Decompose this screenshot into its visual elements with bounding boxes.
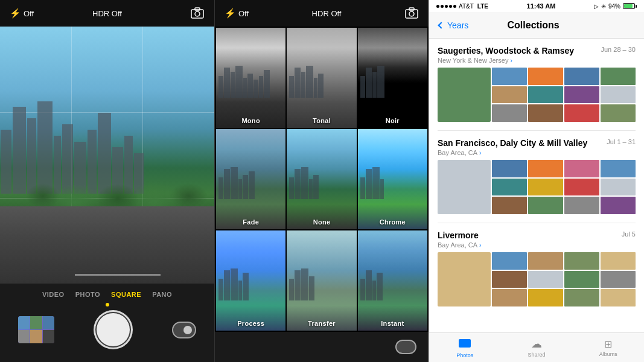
collection-location-3: Bay Area, CA (438, 241, 477, 249)
collections-scroll[interactable]: Saugerties, Woodstock & Ramsey Jun 28 – … (429, 39, 644, 332)
battery-tip (636, 5, 637, 8)
gps-icon: ▷ (594, 3, 599, 10)
active-mode-indicator (106, 303, 109, 306)
statusbar-left: AT&T LTE (436, 3, 488, 10)
svg-rect-3 (406, 10, 418, 18)
thumb-6 (43, 330, 54, 343)
photo-mosaic-1[interactable] (438, 68, 636, 122)
tab-photos[interactable]: Photos (429, 337, 501, 358)
filter-instant[interactable]: Instant (358, 230, 427, 331)
camera-topbar: ⚡ Off HDR Off (0, 0, 214, 27)
road-marking (75, 274, 161, 276)
filter-fade-label: Fade (216, 218, 285, 226)
mosaic-grid-3 (492, 252, 636, 306)
filter-chrome[interactable]: Chrome (358, 129, 427, 229)
filter-process[interactable]: Process (216, 230, 285, 331)
camera-switch-button[interactable] (172, 322, 196, 338)
mosaic-cell-2-2 (528, 160, 563, 177)
mosaic-cell-3-7 (564, 271, 599, 288)
status-time: 11:43 AM (527, 2, 556, 10)
photos-panel: AT&T LTE 11:43 AM ▷ ✳ 94% Years Collecti… (429, 0, 644, 362)
flash-control[interactable]: ⚡ Off (10, 8, 34, 19)
photo-thumbnail[interactable] (18, 316, 54, 343)
tab-shared[interactable]: ☁ Shared (501, 337, 573, 358)
filters-panel: ⚡ Off HDR Off (214, 0, 429, 362)
filter-camera-icon (404, 7, 419, 19)
mosaic-cell-3-8 (601, 271, 636, 288)
filter-mono-skyline (216, 58, 285, 98)
svg-point-4 (409, 11, 414, 16)
mode-pano[interactable]: PANO (152, 291, 172, 298)
photo-mosaic-2[interactable] (438, 160, 636, 214)
filter-tonal[interactable]: Tonal (287, 28, 356, 128)
trees-overlay (0, 155, 214, 206)
mosaic-cell-2-4 (601, 160, 636, 177)
hdr-label: HDR Off (92, 9, 122, 18)
filter-instant-skyline (358, 261, 427, 300)
mosaic-cell-1-7 (564, 86, 599, 104)
network-label: LTE (477, 3, 488, 10)
photos-icon (458, 337, 471, 351)
filter-mono-label: Mono (216, 117, 285, 124)
mosaic-cell-3-10 (528, 289, 563, 306)
collection-subtitle-2[interactable]: Bay Area, CA › (438, 149, 636, 156)
filter-switch-button[interactable] (395, 340, 416, 354)
shutter-button[interactable] (94, 310, 133, 349)
collection-item-3[interactable]: Livermore Jul 5 Bay Area, CA › (429, 223, 644, 310)
filter-fade[interactable]: Fade (216, 129, 285, 229)
filter-hdr-label[interactable]: HDR Off (312, 9, 342, 18)
back-button[interactable]: Years (439, 21, 468, 30)
filter-none[interactable]: None (287, 129, 356, 229)
viewfinder[interactable] (0, 27, 214, 284)
location-arrow-3: › (479, 242, 481, 249)
hdr-control[interactable]: HDR Off (92, 9, 122, 18)
mosaic-cell-3-11 (564, 289, 599, 306)
filter-tonal-skyline (287, 58, 356, 98)
mode-photo[interactable]: PHOTO (75, 291, 100, 298)
filter-camera-flip[interactable] (404, 7, 419, 21)
signal-dot-4 (449, 5, 452, 8)
carrier-label: AT&T (459, 3, 474, 10)
camera-icon (190, 7, 205, 19)
mosaic-cell-3-6 (528, 271, 563, 288)
collection-subtitle-3[interactable]: Bay Area, CA › (438, 241, 636, 249)
mosaic-cell-2-7 (564, 179, 599, 196)
svg-rect-6 (459, 339, 471, 348)
navbar-title: Collections (508, 20, 560, 31)
shutter-row (0, 310, 214, 349)
collection-item-2[interactable]: San Francisco, Daly City & Mill Valley J… (429, 131, 644, 218)
collection-date-2: Jul 1 – 31 (607, 138, 636, 145)
battery-percent: 94% (608, 3, 620, 10)
filter-flash-control[interactable]: ⚡ Off (225, 8, 249, 19)
thumb-4 (18, 330, 30, 343)
signal-strength (436, 5, 456, 8)
filter-transfer[interactable]: Transfer (287, 230, 356, 331)
bluetooth-icon: ✳ (601, 3, 606, 10)
tab-bar: Photos ☁ Shared ⊞ Albums (429, 332, 644, 362)
filter-mono[interactable]: Mono (216, 28, 285, 128)
filter-noir[interactable]: Noir (358, 28, 427, 128)
collection-header-1: Saugerties, Woodstock & Ramsey Jun 28 – … (438, 46, 636, 56)
collection-location-1: New York & New Jersey (438, 57, 508, 64)
mode-video[interactable]: VIDEO (42, 291, 65, 298)
mosaic-cell-3-2 (528, 252, 563, 270)
photo-mosaic-3[interactable] (438, 252, 636, 306)
signal-dot-2 (441, 5, 444, 8)
battery-body (623, 3, 635, 9)
mosaic-cell-3-12 (601, 289, 636, 306)
location-arrow-2: › (479, 150, 481, 156)
tab-albums[interactable]: ⊞ Albums (572, 338, 644, 357)
collection-item-1[interactable]: Saugerties, Woodstock & Ramsey Jun 28 – … (429, 39, 644, 125)
svg-rect-2 (195, 8, 200, 10)
mosaic-main-1 (438, 68, 491, 122)
camera-flip-button[interactable] (190, 7, 205, 21)
mode-square[interactable]: SQUARE (111, 291, 141, 298)
filter-transfer-skyline (287, 261, 356, 300)
mosaic-cell-2-10 (528, 197, 563, 214)
collection-date-3: Jul 5 (622, 230, 636, 238)
filter-none-skyline (287, 159, 356, 199)
mosaic-cell-1-9 (492, 104, 527, 122)
mosaic-cell-2-6 (528, 179, 563, 196)
filter-flash-label: Off (238, 9, 249, 18)
collection-subtitle-1[interactable]: New York & New Jersey › (438, 57, 636, 64)
